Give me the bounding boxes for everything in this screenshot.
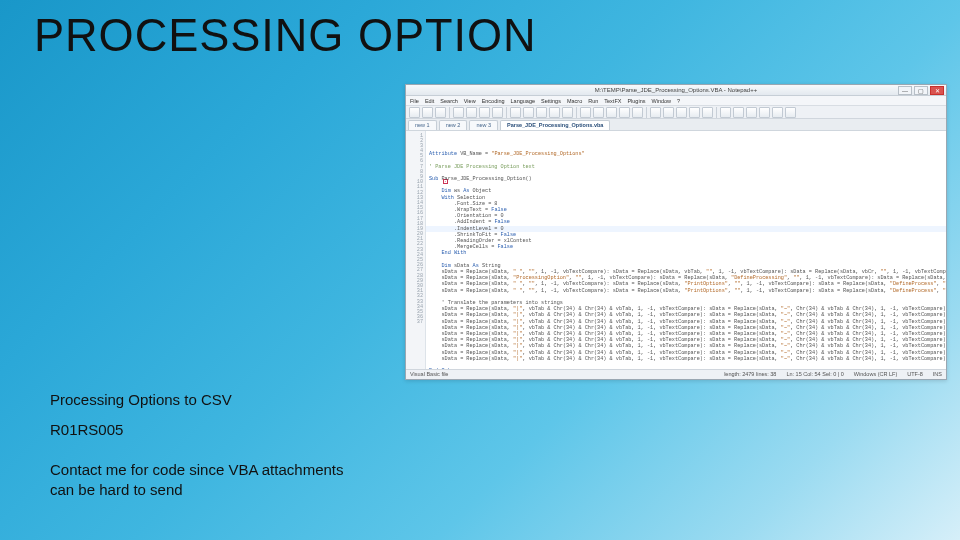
editor-statusbar: Visual Basic file length: 2479 lines: 38… (406, 369, 946, 379)
menu-edit[interactable]: Edit (425, 98, 434, 104)
menu-encoding[interactable]: Encoding (482, 98, 505, 104)
menu-textfx[interactable]: TextFX (604, 98, 621, 104)
toolbar-button[interactable] (409, 107, 420, 118)
toolbar-button[interactable] (593, 107, 604, 118)
toolbar-button[interactable] (689, 107, 700, 118)
menu-view[interactable]: View (464, 98, 476, 104)
editor-titlebar: M:\TEMP\Parse_JDE_Processing_Options.VBA… (406, 85, 946, 96)
toolbar-button[interactable] (492, 107, 503, 118)
toolbar-separator (716, 107, 717, 118)
status-ins: INS (933, 371, 942, 377)
toolbar-button[interactable] (720, 107, 731, 118)
toolbar-button[interactable] (759, 107, 770, 118)
editor-window: M:\TEMP\Parse_JDE_Processing_Options.VBA… (405, 84, 947, 380)
minimize-button[interactable]: — (898, 86, 912, 95)
code-area[interactable]: - Attribute VB_Name = "Parse_JDE_Process… (426, 131, 946, 369)
toolbar-button[interactable] (422, 107, 433, 118)
maximize-button[interactable]: ▢ (914, 86, 928, 95)
toolbar-button[interactable] (663, 107, 674, 118)
page-title: PROCESSING OPTION (34, 8, 537, 62)
menu-window[interactable]: Window (651, 98, 671, 104)
toolbar-button[interactable] (435, 107, 446, 118)
toolbar-button[interactable] (510, 107, 521, 118)
toolbar-button[interactable] (785, 107, 796, 118)
toolbar-separator (449, 107, 450, 118)
toolbar-button[interactable] (466, 107, 477, 118)
toolbar-button[interactable] (453, 107, 464, 118)
toolbar-button[interactable] (772, 107, 783, 118)
toolbar-separator (576, 107, 577, 118)
toolbar-button[interactable] (650, 107, 661, 118)
line-gutter: 1234567891011121314151617181920212223242… (406, 131, 426, 369)
toolbar-button[interactable] (702, 107, 713, 118)
toolbar-button[interactable] (733, 107, 744, 118)
toolbar-button[interactable] (606, 107, 617, 118)
toolbar-separator (646, 107, 647, 118)
menu-search[interactable]: Search (440, 98, 457, 104)
menu-settings[interactable]: Settings (541, 98, 561, 104)
toolbar-button[interactable] (536, 107, 547, 118)
toolbar-button[interactable] (580, 107, 591, 118)
editor-toolbar (406, 106, 946, 119)
editor-body: 1234567891011121314151617181920212223242… (406, 131, 946, 369)
toolbar-button[interactable] (619, 107, 630, 118)
toolbar-button[interactable] (479, 107, 490, 118)
menu-plugins[interactable]: Plugins (627, 98, 645, 104)
toolbar-button[interactable] (523, 107, 534, 118)
toolbar-button[interactable] (746, 107, 757, 118)
slide: PROCESSING OPTION Processing Options to … (0, 0, 960, 540)
toolbar-separator (506, 107, 507, 118)
editor-title-text: M:\TEMP\Parse_JDE_Processing_Options.VBA… (595, 87, 757, 93)
subtitle-csv: Processing Options to CSV (50, 390, 232, 410)
tab-parse-jde-processing-options-vba[interactable]: Parse_JDE_Processing_Options.vba (500, 120, 610, 130)
editor-menubar: FileEditSearchViewEncodingLanguageSettin… (406, 96, 946, 106)
status-length: length: 2479 lines: 38 (724, 371, 776, 377)
close-button[interactable]: ✕ (930, 86, 944, 95)
tab-new-2[interactable]: new 2 (439, 120, 468, 130)
tab-new-3[interactable]: new 3 (469, 120, 498, 130)
editor-tabstrip: new 1new 2new 3Parse_JDE_Processing_Opti… (406, 119, 946, 130)
menu-macro[interactable]: Macro (567, 98, 582, 104)
contact-note: Contact me for code since VBA attachment… (50, 460, 370, 501)
menu-?[interactable]: ? (677, 98, 680, 104)
toolbar-button[interactable] (632, 107, 643, 118)
tab-new-1[interactable]: new 1 (408, 120, 437, 130)
toolbar-button[interactable] (676, 107, 687, 118)
menu-language[interactable]: Language (511, 98, 535, 104)
report-id: R01RS005 (50, 420, 123, 440)
status-filetype: Visual Basic file (410, 371, 448, 377)
status-eol: Windows (CR LF) (854, 371, 897, 377)
menu-run[interactable]: Run (588, 98, 598, 104)
toolbar-button[interactable] (549, 107, 560, 118)
status-encoding: UTF-8 (907, 371, 923, 377)
status-cursor: Ln: 15 Col: 54 Sel: 0 | 0 (786, 371, 843, 377)
toolbar-button[interactable] (562, 107, 573, 118)
menu-file[interactable]: File (410, 98, 419, 104)
